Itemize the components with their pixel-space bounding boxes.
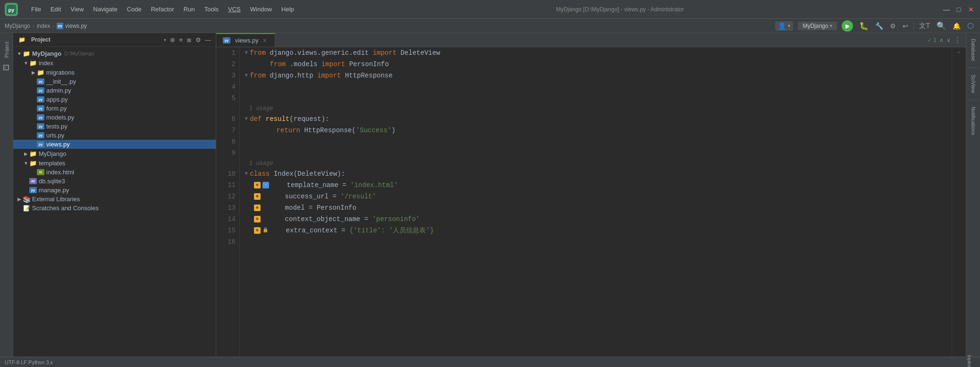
build-icon[interactable]: ↩ bbox=[901, 21, 910, 31]
collapse-icon[interactable] bbox=[0, 61, 12, 74]
user-menu[interactable]: 👤 ▾ bbox=[775, 21, 793, 31]
search-everywhere-icon[interactable]: 🔍 bbox=[935, 20, 947, 32]
bookmarks-tab[interactable]: marks bbox=[962, 355, 975, 367]
breadcrumb-root[interactable]: MyDjango bbox=[5, 23, 30, 29]
tree-item-ext-libs[interactable]: ▶ 📚 External Libraries bbox=[13, 195, 216, 204]
breadcrumb-sep-1: › bbox=[33, 23, 34, 29]
minimize-button[interactable]: — bbox=[942, 5, 951, 14]
tree-item-mydjango-sub[interactable]: ▶ 📁 MyDjango bbox=[13, 149, 216, 158]
menu-bar: File Edit View Navigate Code Refactor Ru… bbox=[27, 4, 298, 15]
scratches-label: Scratches and Consoles bbox=[32, 205, 99, 212]
ln-3: 3 bbox=[220, 70, 236, 81]
tree-item-models[interactable]: py models.py bbox=[13, 113, 216, 122]
breadcrumb-index[interactable]: index bbox=[37, 23, 51, 29]
code-line-8 bbox=[245, 136, 947, 147]
fold-up-icon[interactable]: ∧ bbox=[939, 37, 944, 43]
menu-run[interactable]: Run bbox=[180, 4, 199, 15]
marker-orange-12: ⊕ bbox=[254, 193, 261, 200]
tab-close-icon[interactable]: ✕ bbox=[262, 37, 268, 44]
notifications-tab[interactable]: Notifications bbox=[969, 103, 978, 139]
editor-more-icon[interactable]: ⋮ bbox=[954, 35, 961, 44]
tree-item-tests[interactable]: py tests.py bbox=[13, 122, 216, 131]
tree-item-init[interactable]: py __init__.py bbox=[13, 77, 216, 86]
svg-text:py: py bbox=[8, 7, 15, 13]
menu-vcs[interactable]: VCS bbox=[224, 4, 245, 15]
maximize-button[interactable]: □ bbox=[955, 5, 963, 14]
templates-label: templates bbox=[39, 160, 65, 167]
code-line-4 bbox=[245, 81, 947, 93]
tree-item-index-html[interactable]: ht index.html bbox=[13, 168, 216, 177]
menu-tools[interactable]: Tools bbox=[201, 4, 222, 15]
ln-15: 15 bbox=[220, 225, 236, 236]
menu-code[interactable]: Code bbox=[123, 4, 145, 15]
collapse-all-icon[interactable]: ≣ bbox=[186, 36, 192, 43]
code-line-12: ⊕ success_url = '/result' bbox=[245, 191, 947, 202]
code-line-13: ⊕ model = PersonInfo bbox=[245, 202, 947, 213]
settings-icon[interactable]: ⚙ bbox=[195, 36, 201, 43]
sidebar-dropdown-icon[interactable]: ▾ bbox=[164, 37, 166, 43]
minimize-panel-icon[interactable]: — bbox=[205, 36, 211, 43]
menu-file[interactable]: File bbox=[27, 4, 45, 15]
menu-navigate[interactable]: Navigate bbox=[89, 4, 121, 15]
index-label: index bbox=[37, 23, 51, 29]
arrow-views bbox=[30, 141, 37, 148]
sciview-tab[interactable]: SciView bbox=[969, 71, 978, 97]
tab-views-py[interactable]: py views.py ✕ bbox=[216, 33, 275, 47]
fold-icon-1[interactable]: ▼ bbox=[245, 47, 248, 59]
folder-index-icon: 📁 bbox=[29, 59, 37, 67]
ln-6: 6 bbox=[220, 113, 236, 125]
marker-orange-13: ⊕ bbox=[254, 205, 261, 211]
tree-item-db[interactable]: db db.sqlite3 bbox=[13, 177, 216, 186]
tree-item-urls[interactable]: py urls.py bbox=[13, 131, 216, 140]
tree-item-index[interactable]: ▼ 📁 index bbox=[13, 58, 216, 68]
tab-label: views.py bbox=[235, 37, 259, 44]
plugins-icon[interactable]: ⬡ bbox=[966, 20, 975, 32]
urls-file-icon: py bbox=[37, 132, 44, 138]
arrow-templates: ▼ bbox=[23, 160, 29, 166]
notifications-icon[interactable]: 🔔 bbox=[951, 21, 962, 31]
debug-icon[interactable]: 🐛 bbox=[858, 20, 870, 32]
locate-file-icon[interactable]: ⊕ bbox=[170, 36, 175, 43]
tree-item-form[interactable]: py form.py bbox=[13, 104, 216, 113]
coverage-icon[interactable]: 🔧 bbox=[874, 21, 885, 31]
folder-templates-icon: 📁 bbox=[29, 159, 37, 167]
menu-view[interactable]: View bbox=[67, 4, 87, 15]
tree-item-migrations[interactable]: ▶ 📁 migrations bbox=[13, 68, 216, 77]
tree-item-apps[interactable]: py apps.py bbox=[13, 95, 216, 104]
fold-icon-3[interactable]: ▼ bbox=[245, 70, 248, 81]
tree-item-mydjango[interactable]: ▼ 📁 MyDjango D:\MyDjango bbox=[13, 49, 216, 58]
translate-icon[interactable]: 文T bbox=[918, 20, 931, 32]
left-panel-tab[interactable]: Project bbox=[0, 33, 13, 357]
code-line-14: ⊕ context_object_name = 'personinfo' bbox=[245, 213, 947, 225]
ln-14: 14 bbox=[220, 213, 236, 225]
menu-help[interactable]: Help bbox=[278, 4, 298, 15]
menu-window[interactable]: Window bbox=[246, 4, 276, 15]
menu-edit[interactable]: Edit bbox=[47, 4, 65, 15]
tree-item-views[interactable]: py views.py bbox=[13, 140, 216, 149]
profile-icon[interactable]: ⚙ bbox=[888, 21, 897, 31]
menu-refactor[interactable]: Refactor bbox=[147, 4, 178, 15]
sidebar-title: Project bbox=[31, 36, 160, 43]
database-tab[interactable]: Database bbox=[969, 35, 978, 65]
apps-file-icon: py bbox=[37, 96, 44, 102]
run-button[interactable]: ▶ bbox=[842, 20, 853, 32]
sidebar: 📁 Project ▾ ⊕ ≡ ≣ ⚙ — ▼ 📁 MyDjango D:\My… bbox=[13, 33, 216, 357]
fold-down-icon[interactable]: ∨ bbox=[946, 37, 951, 43]
close-button[interactable]: ✕ bbox=[967, 5, 975, 14]
ln-8: 8 bbox=[220, 136, 236, 147]
fold-icon-10[interactable]: ▼ bbox=[245, 168, 248, 179]
tree-item-scratches[interactable]: 📝 Scratches and Consoles bbox=[13, 204, 216, 213]
ln-10: 10 bbox=[220, 168, 236, 179]
root-label: MyDjango bbox=[5, 23, 30, 29]
scroll-to-top-icon[interactable]: ≡ bbox=[179, 36, 183, 43]
project-selector[interactable]: MyDjango ▾ bbox=[798, 22, 837, 30]
project-tab-label[interactable]: Project bbox=[2, 38, 11, 61]
fold-icon-6[interactable]: ▼ bbox=[245, 113, 248, 125]
tree-item-manage[interactable]: py manage.py bbox=[13, 186, 216, 195]
views-label: views.py bbox=[46, 141, 70, 148]
tree-item-admin[interactable]: py admin.py bbox=[13, 86, 216, 95]
tree-item-templates[interactable]: ▼ 📁 templates bbox=[13, 158, 216, 168]
code-content[interactable]: ▼ from django.views.generic.edit import … bbox=[240, 47, 952, 357]
init-file-icon: py bbox=[37, 78, 44, 85]
code-line-10: ▼ class Index(DeleteView): bbox=[245, 168, 947, 179]
